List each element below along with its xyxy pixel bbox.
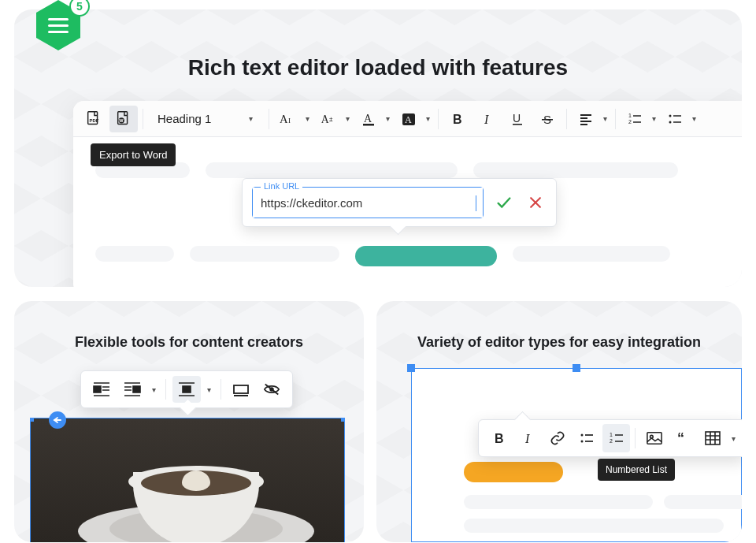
- svg-rect-10: [363, 124, 374, 126]
- chevron-down-icon: ▾: [246, 114, 256, 123]
- placeholder-line: [190, 246, 339, 262]
- svg-point-53: [581, 434, 584, 437]
- svg-rect-46: [234, 385, 248, 393]
- feature-panel-bottom-right: Variety of editor types for easy integra…: [376, 301, 742, 542]
- resize-handle[interactable]: [30, 418, 34, 422]
- svg-text:A: A: [321, 113, 329, 125]
- svg-rect-61: [647, 433, 662, 444]
- chevron-down-icon: ▾: [149, 385, 159, 394]
- panel-title-top: Rich text editor loaded with features: [14, 55, 742, 80]
- toggle-caption-button[interactable]: [258, 376, 286, 403]
- italic-button[interactable]: I: [473, 106, 502, 132]
- export-word-tooltip: Export to Word: [91, 143, 176, 166]
- svg-text:I: I: [288, 117, 291, 125]
- image-inline-button[interactable]: [172, 376, 200, 403]
- svg-text:±: ±: [329, 115, 333, 122]
- editor-toolbar: PDF W Heading 1 ▾ AI ▾ A± ▾: [73, 101, 742, 137]
- font-family-button[interactable]: A±: [314, 106, 343, 132]
- export-pdf-button[interactable]: PDF: [80, 106, 108, 132]
- svg-text:2: 2: [610, 438, 613, 444]
- image-align-left-button[interactable]: [87, 376, 115, 403]
- placeholder-line: [206, 162, 458, 178]
- underline-button[interactable]: U: [503, 106, 532, 132]
- resize-handle[interactable]: [341, 418, 345, 422]
- link-url-field[interactable]: Link URL: [252, 187, 484, 218]
- chevron-down-icon: ▾: [600, 114, 610, 123]
- italic-button[interactable]: I: [514, 424, 542, 452]
- svg-rect-43: [183, 386, 191, 392]
- chevron-down-icon: ▾: [728, 434, 739, 443]
- blockquote-button[interactable]: “: [670, 424, 698, 452]
- placeholder-line: [513, 246, 670, 262]
- chevron-down-icon: ▾: [649, 114, 659, 123]
- chevron-down-icon: ▾: [204, 385, 214, 394]
- export-word-button[interactable]: W: [109, 106, 138, 132]
- heading-dropdown[interactable]: Heading 1 ▾: [148, 106, 264, 132]
- svg-text:B: B: [453, 113, 462, 126]
- insert-table-button[interactable]: [699, 424, 727, 452]
- svg-text:A: A: [405, 114, 412, 125]
- panel-title-bottom-left: Flexible tools for content creators: [14, 334, 364, 351]
- svg-text:2: 2: [628, 119, 632, 125]
- numbered-list-button[interactable]: 12: [602, 424, 630, 452]
- svg-rect-16: [513, 124, 522, 125]
- image-toolbar: ▾ ▾: [80, 370, 293, 408]
- image-align-right-button[interactable]: [118, 376, 146, 403]
- link-url-balloon: Link URL: [242, 178, 557, 227]
- bulleted-list-button[interactable]: [661, 106, 689, 132]
- svg-point-55: [581, 441, 584, 443]
- insert-image-button[interactable]: [640, 424, 668, 452]
- coffee-cup-image: [31, 418, 344, 542]
- chevron-down-icon: ▾: [343, 114, 353, 123]
- link-button[interactable]: [544, 424, 572, 452]
- bold-button[interactable]: B: [485, 424, 513, 452]
- placeholder-line: [664, 495, 742, 509]
- panel-title-bottom-right: Variety of editor types for easy integra…: [376, 334, 742, 351]
- cancel-link-button[interactable]: [524, 192, 547, 214]
- svg-text:U: U: [513, 112, 521, 125]
- font-size-button[interactable]: AI: [274, 106, 302, 132]
- chevron-down-icon: ▾: [383, 114, 393, 123]
- feature-panel-bottom-left: Flexible tools for content creators ▾ ▾: [14, 301, 364, 542]
- confirm-link-button[interactable]: [493, 192, 515, 214]
- bulleted-list-button[interactable]: [573, 424, 601, 452]
- brand-logo: 5: [36, 0, 80, 50]
- font-color-button[interactable]: A: [354, 106, 383, 132]
- numbered-list-button[interactable]: 12: [621, 106, 649, 132]
- image-fullwidth-button[interactable]: [228, 376, 255, 403]
- strikethrough-button[interactable]: S: [533, 106, 561, 132]
- svg-text:I: I: [524, 432, 530, 445]
- highlight-color-button[interactable]: A: [395, 106, 423, 132]
- svg-text:B: B: [495, 432, 504, 445]
- link-url-label: Link URL: [261, 181, 302, 191]
- selected-image[interactable]: [30, 418, 345, 542]
- drag-handle-icon[interactable]: [49, 411, 66, 429]
- svg-text:1: 1: [610, 432, 613, 437]
- alignment-button[interactable]: [572, 106, 600, 132]
- svg-rect-33: [94, 386, 101, 392]
- chevron-down-icon: ▾: [423, 114, 433, 123]
- svg-point-29: [669, 121, 672, 123]
- chevron-down-icon: ▾: [302, 114, 313, 123]
- svg-text:I: I: [484, 113, 489, 126]
- svg-text:A: A: [280, 113, 288, 125]
- link-url-input[interactable]: [253, 188, 483, 218]
- svg-rect-64: [706, 432, 720, 444]
- svg-rect-38: [133, 386, 140, 392]
- editor-frame: PDF W Heading 1 ▾ AI ▾ A± ▾: [73, 101, 742, 287]
- linked-text-highlight: [355, 246, 497, 266]
- chevron-down-icon: ▾: [689, 114, 699, 123]
- feature-panel-top: Rich text editor loaded with features PD…: [14, 9, 742, 287]
- numbered-list-tooltip: Numbered List: [598, 459, 675, 481]
- resize-handle[interactable]: [573, 364, 580, 372]
- resize-handle[interactable]: [407, 364, 415, 372]
- placeholder-line: [95, 246, 174, 262]
- bold-button[interactable]: B: [443, 106, 472, 132]
- svg-text:W: W: [119, 117, 124, 122]
- balloon-toolbar: B I 12 “ ▾: [478, 419, 742, 457]
- placeholder-line: [464, 519, 724, 533]
- svg-text:“: “: [677, 431, 684, 445]
- inline-editor-frame[interactable]: B I 12 “ ▾ Numbered List: [411, 368, 742, 542]
- placeholder-line: [464, 495, 653, 509]
- svg-text:PDF: PDF: [90, 117, 99, 122]
